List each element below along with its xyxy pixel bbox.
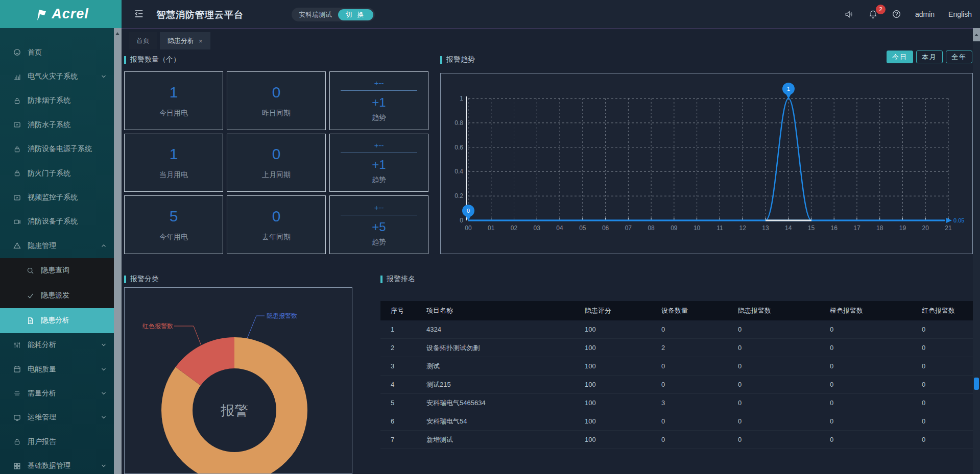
tab-hidden-danger-analysis[interactable]: 隐患分析 × bbox=[160, 32, 210, 49]
chart-icon bbox=[13, 73, 21, 81]
stat-card: 1今日用电 bbox=[124, 71, 223, 130]
table-cell: 0 bbox=[830, 399, 922, 407]
sidebar-item[interactable]: 运维管理 bbox=[0, 406, 114, 430]
table-row[interactable]: 6安科瑞电气541000000 bbox=[380, 412, 973, 431]
sidebar-item-label: 消防设备电源子系统 bbox=[28, 144, 92, 154]
scrollbar-thumb[interactable] bbox=[974, 378, 979, 390]
table-cell: 4324 bbox=[426, 326, 585, 333]
notifications-bell-icon[interactable]: 2 bbox=[868, 9, 878, 19]
table-cell: 100 bbox=[585, 344, 661, 352]
table-cell: 0 bbox=[922, 417, 973, 425]
trend-divider bbox=[341, 153, 417, 153]
sidebar-item[interactable]: 消防设备电源子系统 bbox=[0, 137, 114, 161]
switch-org-button[interactable]: 切 换 bbox=[338, 9, 373, 20]
close-tab-icon[interactable]: × bbox=[199, 37, 203, 45]
table-cell: 0 bbox=[922, 326, 973, 333]
sidebar-item[interactable]: 基础数据管理 bbox=[0, 454, 114, 474]
chevron-down-icon bbox=[101, 464, 106, 468]
lock-icon bbox=[13, 145, 21, 153]
card-value: 1 bbox=[170, 145, 178, 163]
table-row[interactable]: 3测试1000000 bbox=[380, 357, 973, 376]
svg-text:16: 16 bbox=[831, 224, 838, 232]
sidebar-item-label: 电能质量 bbox=[28, 365, 56, 374]
donut-center-label: 报警 bbox=[221, 403, 248, 418]
svg-text:21: 21 bbox=[945, 224, 952, 232]
table-cell: 0 bbox=[830, 344, 922, 352]
sidebar-item-label: 基础数据管理 bbox=[28, 461, 70, 470]
card-value: 0 bbox=[272, 84, 281, 101]
page-scrollbar[interactable] bbox=[973, 28, 980, 474]
table-cell: 0 bbox=[830, 417, 922, 425]
sidebar-item[interactable]: 电能质量 bbox=[0, 357, 114, 381]
sidebar-item-label: 电气火灾子系统 bbox=[28, 72, 78, 81]
trend-top-value: +-- bbox=[374, 203, 384, 212]
table-cell: 0 bbox=[661, 436, 738, 443]
slice-label-hidden-danger: 隐患报警数 bbox=[267, 312, 297, 319]
sidebar-item[interactable]: 消防设备子系统 bbox=[0, 210, 114, 234]
table-row[interactable]: 143241000000 bbox=[380, 320, 973, 339]
chevron-down-icon bbox=[101, 415, 106, 419]
axis-end-label: 0.05 bbox=[953, 217, 964, 223]
language-switch[interactable]: English bbox=[948, 10, 972, 18]
sidebar-item[interactable]: 用户报告 bbox=[0, 430, 114, 454]
x-axis-arrow-icon bbox=[946, 218, 952, 223]
sidebar-item[interactable]: 隐患管理 bbox=[0, 234, 114, 258]
tab-home[interactable]: 首页 bbox=[129, 32, 157, 49]
sidebar-item[interactable]: 能耗分析 bbox=[0, 333, 114, 357]
card-label: 去年同期 bbox=[262, 233, 291, 242]
camera-icon bbox=[13, 218, 21, 226]
sidebar-item[interactable]: 消防水子系统 bbox=[0, 113, 114, 137]
alarm-rank-section-header: 报警排名 bbox=[380, 275, 415, 284]
range-button-month[interactable]: 本月 bbox=[916, 51, 943, 63]
table-row[interactable]: 7新增测试1000000 bbox=[380, 431, 973, 449]
sidebar-subitem[interactable]: 隐患查询 bbox=[0, 258, 114, 283]
section-accent-bar bbox=[440, 56, 442, 64]
section-title: 报警分类 bbox=[130, 275, 159, 284]
speaker-icon[interactable] bbox=[844, 9, 854, 19]
collapse-sidebar-icon[interactable] bbox=[133, 8, 145, 21]
column-header: 隐患报警数 bbox=[738, 306, 830, 315]
header-actions: 2 admin English bbox=[844, 0, 972, 28]
table-cell: 0 bbox=[738, 399, 830, 407]
svg-text:15: 15 bbox=[808, 224, 815, 232]
table-cell: 测试215 bbox=[426, 380, 585, 389]
marker-pin-zero[interactable]: 0 bbox=[462, 205, 474, 221]
sidebar-subitem[interactable]: 隐患分析 bbox=[0, 308, 114, 333]
svg-text:07: 07 bbox=[625, 224, 632, 232]
column-header: 橙色报警数 bbox=[830, 306, 922, 315]
marker-pin-peak[interactable]: 1 bbox=[782, 83, 795, 99]
sidebar-item[interactable]: 视频监控子系统 bbox=[0, 185, 114, 209]
table-row[interactable]: 5安科瑞电气54656341003000 bbox=[380, 394, 973, 412]
lock-icon bbox=[13, 97, 21, 105]
stat-card: 0上月同期 bbox=[227, 134, 326, 192]
sidebar-item[interactable]: 首页 bbox=[0, 40, 114, 64]
card-label: 趋势 bbox=[372, 113, 386, 122]
table-row[interactable]: 2设备拓扑测试勿删1002000 bbox=[380, 339, 973, 357]
rank-table-body: 1432410000002设备拓扑测试勿删10020003测试10000004测… bbox=[380, 320, 973, 449]
sidebar-item[interactable]: 需量分析 bbox=[0, 381, 114, 405]
table-row[interactable]: 4测试2151000000 bbox=[380, 376, 973, 394]
check-icon bbox=[27, 292, 34, 300]
scrollbar-up-button[interactable] bbox=[973, 28, 980, 41]
table-cell: 设备拓扑测试勿删 bbox=[426, 343, 585, 353]
scroll-up-arrow-icon[interactable] bbox=[115, 32, 119, 35]
card-value: 1 bbox=[170, 84, 178, 101]
sidebar-item[interactable]: 防排烟子系统 bbox=[0, 89, 114, 113]
trend-range-buttons: 今日 本月 全年 bbox=[887, 51, 972, 63]
scroll-up-arrow-icon bbox=[974, 34, 978, 36]
trend-value: +5 bbox=[372, 220, 386, 234]
sidebar-item[interactable]: 电气火灾子系统 bbox=[0, 64, 114, 88]
sidebar-item[interactable]: 防火门子系统 bbox=[0, 161, 114, 185]
sidebar-subitem[interactable]: 隐患派发 bbox=[0, 283, 114, 308]
range-button-year[interactable]: 全年 bbox=[946, 51, 972, 63]
sidebar-item-label: 需量分析 bbox=[28, 389, 56, 398]
sidebar-menu: 首页电气火灾子系统防排烟子系统消防水子系统消防设备电源子系统防火门子系统视频监控… bbox=[0, 40, 114, 474]
table-cell: 0 bbox=[661, 326, 738, 333]
table-cell: 测试 bbox=[426, 362, 585, 371]
sidebar-scrollbar[interactable] bbox=[114, 28, 122, 474]
user-menu[interactable]: admin bbox=[915, 10, 935, 18]
help-icon[interactable] bbox=[892, 9, 901, 19]
table-cell: 100 bbox=[585, 362, 661, 370]
range-button-today[interactable]: 今日 bbox=[887, 51, 913, 63]
card-label: 当月用电 bbox=[159, 170, 188, 180]
